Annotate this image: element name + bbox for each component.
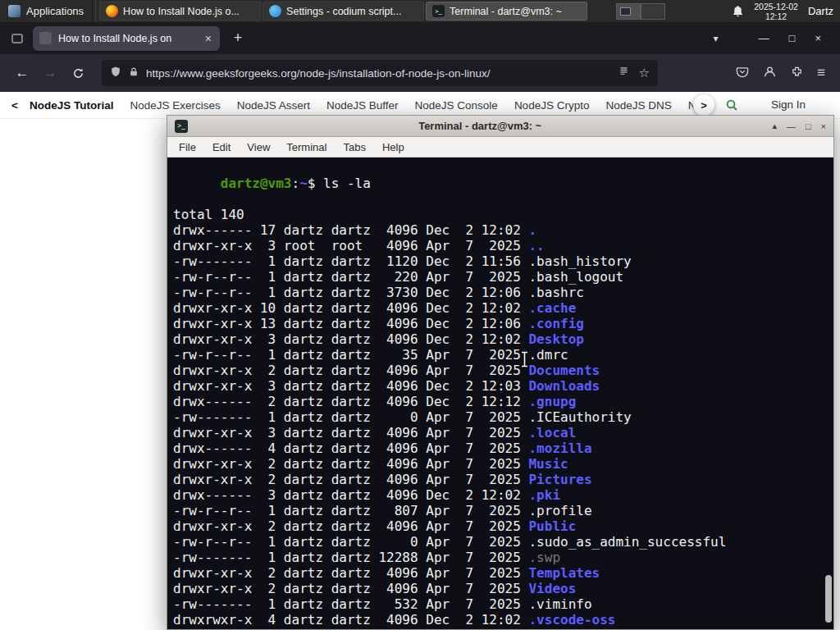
workspace-1[interactable] [616,3,641,20]
clock-date: 2025-12-02 [754,2,798,11]
file-meta: drwxr-xr-x 10 dartz dartz 4096 Dec 2 12:… [173,300,528,316]
terminal-line: drwxr-xr-x 2 dartz dartz 4096 Apr 7 2025… [173,565,833,581]
file-meta: drwx------ 3 dartz dartz 4096 Dec 2 12:0… [173,487,528,503]
workspace-2[interactable] [641,3,665,20]
file-name: Documents [528,363,600,378]
applications-menu-button[interactable]: Applications [0,0,92,22]
back-button[interactable]: ← [10,61,34,85]
notifications-bell-icon[interactable] [732,5,744,17]
file-name: .Xauthority [528,628,615,629]
file-meta: drwxr-xr-x 3 dartz dartz 4096 Dec 2 12:0… [173,378,528,394]
firefox-view-button[interactable] [7,28,28,49]
site-nav-item[interactable]: NodeJS Tutorial [30,99,114,112]
terminal-total-line: total 140 [173,207,833,222]
tab-favicon [39,32,52,44]
terminal-scrollbar-thumb[interactable] [825,575,832,623]
file-name: .config [528,316,583,331]
extensions-icon[interactable] [791,66,803,81]
file-name: .vscode-oss [528,612,615,628]
browser-tab[interactable]: How to Install Node.js on × [33,26,220,51]
site-nav-items: NodeJS TutorialNodeJS ExercisesNodeJS As… [30,99,696,112]
lock-icon[interactable] [129,66,139,80]
file-name: .profile [528,503,591,518]
file-meta: drwxr-xr-x 2 dartz dartz 4096 Apr 7 2025 [173,456,528,472]
file-name: .gnupg [528,394,576,409]
file-name: .ICEauthority [528,409,631,425]
reload-button[interactable] [66,61,90,85]
terminal-maximize-button[interactable]: □ [806,121,811,131]
firefox-view-icon [11,34,23,43]
taskbar-window-button[interactable]: Settings - codium script... [262,2,424,21]
terminal-menu-tabs[interactable]: Tabs [336,139,372,155]
terminal-menu-edit[interactable]: Edit [206,139,237,155]
terminal-menu-help[interactable]: Help [376,139,411,155]
terminal-line: -rw------- 1 dartz dartz 1120 Dec 2 11:5… [173,253,833,269]
taskbar-window-button[interactable]: >_Terminal - dartz@vm3: ~ [426,2,587,21]
forward-button: → [38,61,62,85]
file-name: .swp [528,550,560,565]
window-minimize-button[interactable]: — [755,32,774,44]
taskbar-window-button[interactable]: How to Install Node.js o... [99,2,261,21]
nav-scroll-left-icon[interactable]: < [11,99,18,112]
file-name: .. [528,238,544,253]
file-meta: drwxr-xr-x 2 dartz dartz 4096 Apr 7 2025 [173,472,528,487]
terminal-line: -rw------- 1 dartz dartz 532 Apr 7 2025 … [173,596,833,612]
file-meta: drwxr-xr-x 3 root root 4096 Apr 7 2025 [173,238,528,253]
terminal-menu-view[interactable]: View [240,139,276,155]
site-nav-item[interactable]: NodeJS Buffer [326,99,399,112]
terminal-prompt-line: dartz@vm3:~$ ls -la [173,160,833,207]
bookmark-star-icon[interactable]: ☆ [639,66,650,80]
tracking-shield-icon[interactable] [110,66,121,81]
site-nav-item[interactable]: NodeJS Crypto [514,99,590,112]
terminal-line: -rw------- 1 dartz dartz 0 Apr 7 2025 .I… [173,409,833,425]
site-nav-item[interactable]: NodeJS Assert [237,99,310,112]
list-all-tabs-icon[interactable]: ▾ [714,33,719,44]
terminal-output-area[interactable]: dartz@vm3:~$ ls -la total 140 drwx------… [167,158,833,629]
site-search-icon[interactable] [725,98,738,112]
terminal-shade-button[interactable]: ▴ [772,121,777,131]
terminal-line: drwx------ 2 dartz dartz 4096 Dec 2 12:1… [173,394,833,409]
file-meta: drwxr-xr-x 3 dartz dartz 4096 Apr 7 2025 [173,425,528,441]
file-meta: drwxr-xr-x 2 dartz dartz 4096 Apr 7 2025 [173,565,528,581]
terminal-listing: drwx------ 17 dartz dartz 4096 Dec 2 12:… [173,222,833,629]
terminal-title: Terminal - dartz@vm3: ~ [194,120,765,132]
file-name: .bash_history [528,253,631,269]
site-nav-item[interactable]: NodeJS DNS [605,99,671,112]
sign-in-link[interactable]: Sign In [771,98,806,111]
terminal-menu-terminal[interactable]: Terminal [280,139,333,155]
window-maximize-button[interactable]: □ [785,32,800,44]
file-meta: drwxr-xr-x 2 dartz dartz 4096 Apr 7 2025 [173,581,528,596]
reader-mode-icon[interactable] [619,66,629,80]
new-tab-button[interactable]: + [226,27,249,50]
terminal-menu-file[interactable]: File [172,139,203,155]
file-name: .bashrc [528,285,583,300]
file-name: .local [528,425,576,441]
taskbar-window-title: Settings - codium script... [286,6,401,17]
tab-close-icon[interactable]: × [203,32,213,45]
account-icon[interactable] [763,65,777,82]
file-meta: -rw------- 1 dartz dartz 48 Dec 2 10:39 [173,628,528,629]
window-close-button[interactable]: × [810,32,825,44]
file-meta: drwxr-xr-x 3 dartz dartz 4096 Dec 2 12:0… [173,331,528,347]
terminal-close-button[interactable]: × [821,121,826,131]
site-nav-item[interactable]: NodeJS Exercises [130,99,220,112]
terminal-titlebar[interactable]: >_ Terminal - dartz@vm3: ~ ▴ — □ × [167,116,833,137]
terminal-line: -rw------- 1 dartz dartz 12288 Apr 7 202… [173,550,833,565]
pocket-icon[interactable] [736,66,749,81]
url-text[interactable]: https://www.geeksforgeeks.org/node-js/in… [146,67,611,80]
hamburger-menu-icon[interactable]: ≡ [817,65,825,81]
prompt-path: ~ [299,176,308,191]
url-bar[interactable]: https://www.geeksforgeeks.org/node-js/in… [102,60,658,86]
nav-scroll-right-icon[interactable]: > [693,94,714,116]
terminal-minimize-button[interactable]: — [787,121,796,131]
taskbar: Applications How to Install Node.js o...… [0,0,840,22]
file-name: Videos [528,581,576,596]
terminal-menubar: FileEditViewTerminalTabsHelp [167,137,833,158]
site-nav-item[interactable]: NodeJS Console [415,99,498,112]
terminal-line: drwxrwxr-x 4 dartz dartz 4096 Dec 2 12:0… [173,612,833,628]
taskbar-separator [92,0,96,22]
file-meta: -rw-r--r-- 1 dartz dartz 0 Apr 7 2025 [173,534,528,550]
file-name: Downloads [528,378,600,394]
file-meta: -rw-r--r-- 1 dartz dartz 807 Apr 7 2025 [173,503,528,518]
terminal-icon: >_ [432,5,445,17]
